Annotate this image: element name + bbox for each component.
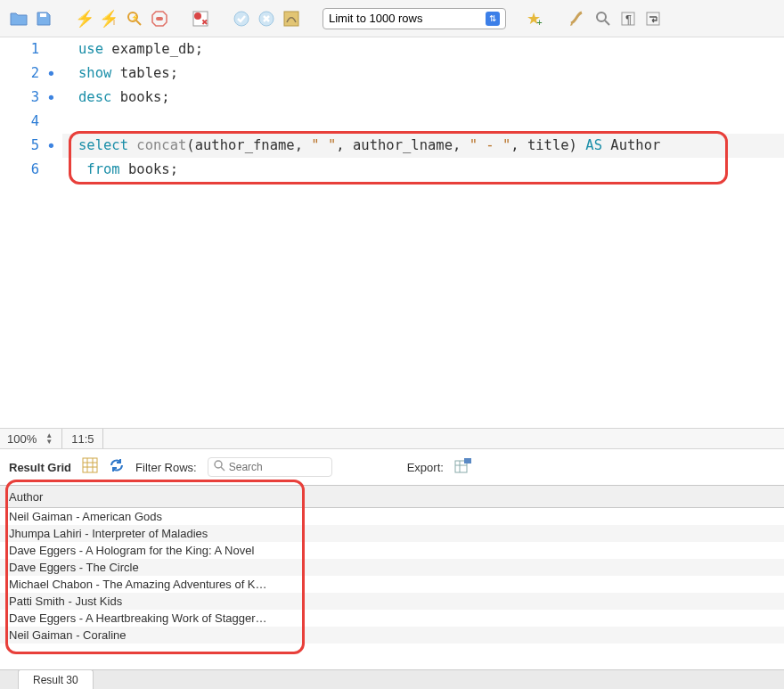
result-tab[interactable]: Result 30 <box>18 669 94 689</box>
svg-text:⚡: ⚡ <box>131 13 139 21</box>
filter-search-input[interactable] <box>229 461 326 473</box>
table-row: Patti Smith - Just Kids <box>0 593 784 610</box>
find-icon[interactable] <box>593 9 613 29</box>
table-row: Dave Eggers - The Circle <box>0 559 784 576</box>
filter-search-field[interactable] <box>208 457 332 477</box>
grid-body: Neil Gaiman - American Gods Jhumpa Lahir… <box>0 508 784 644</box>
svg-rect-16 <box>647 12 659 25</box>
save-icon[interactable] <box>34 9 53 29</box>
svg-line-23 <box>221 467 225 471</box>
table-row: Dave Eggers - A Heartbreaking Work of St… <box>0 610 784 627</box>
stop-on-error-icon[interactable]: ✖ <box>191 9 210 29</box>
chevron-updown-icon: ⇅ <box>486 12 500 26</box>
refresh-icon[interactable] <box>109 457 125 478</box>
beautify-icon[interactable] <box>568 9 588 29</box>
line-gutter: 1 2• 3• 4 5• 6 <box>0 37 62 428</box>
wrap-icon[interactable] <box>643 9 663 29</box>
zoom-stepper[interactable]: ▲▼ <box>45 432 53 445</box>
zoom-level: 100% <box>7 432 37 446</box>
table-row: Neil Gaiman - Coraline <box>0 627 784 644</box>
commit-icon[interactable] <box>232 9 251 29</box>
svg-rect-17 <box>83 458 97 472</box>
svg-rect-0 <box>40 13 46 17</box>
table-row: Neil Gaiman - American Gods <box>0 508 784 525</box>
svg-text:¶: ¶ <box>625 12 632 26</box>
svg-point-12 <box>597 12 606 21</box>
table-row: Michael Chabon - The Amazing Adventures … <box>0 576 784 593</box>
svg-line-13 <box>605 21 609 25</box>
results-grid[interactable]: Author Neil Gaiman - American Gods Jhump… <box>0 485 784 644</box>
result-grid-title: Result Grid <box>9 461 71 474</box>
svg-point-7 <box>194 12 201 20</box>
export-icon[interactable] <box>454 457 472 478</box>
svg-point-22 <box>215 461 222 468</box>
results-area: Author Neil Gaiman - American Gods Jhump… <box>0 485 784 669</box>
rollback-icon[interactable] <box>257 9 276 29</box>
autocommit-icon[interactable] <box>282 9 301 29</box>
execute-cursor-icon[interactable]: ⚡I <box>100 9 119 29</box>
svg-rect-11 <box>284 12 298 26</box>
result-grid-icon[interactable] <box>82 457 98 478</box>
export-label: Export: <box>407 461 444 474</box>
execute-icon[interactable]: ⚡ <box>75 9 94 29</box>
results-tabstrip: Result 30 <box>0 669 784 689</box>
svg-text:✖: ✖ <box>201 18 208 27</box>
column-header[interactable]: Author <box>0 485 784 508</box>
svg-rect-5 <box>156 17 163 21</box>
editor-statusbar: 100% ▲▼ 11:5 <box>0 428 784 449</box>
filter-rows-label: Filter Rows: <box>135 461 197 474</box>
svg-rect-27 <box>464 458 471 463</box>
explain-icon[interactable]: ⚡ <box>125 9 144 29</box>
invisible-chars-icon[interactable]: ¶ <box>618 9 638 29</box>
sql-editor[interactable]: 1 2• 3• 4 5• 6 use example_db; show tabl… <box>0 37 784 428</box>
row-limit-label: Limit to 1000 rows <box>329 12 423 25</box>
search-icon <box>214 460 225 474</box>
main-toolbar: ⚡ ⚡I ⚡ ✖ Limit to 1000 rows ⇅ ★+ ¶ <box>0 0 784 37</box>
favorite-icon[interactable]: ★+ <box>527 9 547 29</box>
results-toolbar: Result Grid Filter Rows: Export: <box>0 449 784 485</box>
stop-icon[interactable] <box>150 9 169 29</box>
open-file-icon[interactable] <box>9 9 29 29</box>
code-area[interactable]: use example_db; show tables; desc books;… <box>62 37 784 428</box>
table-row: Dave Eggers - A Hologram for the King: A… <box>0 542 784 559</box>
svg-line-2 <box>136 21 141 25</box>
row-limit-select[interactable]: Limit to 1000 rows ⇅ <box>323 8 506 29</box>
table-row: Jhumpa Lahiri - Interpreter of Maladies <box>0 525 784 542</box>
cursor-position: 11:5 <box>71 432 94 446</box>
